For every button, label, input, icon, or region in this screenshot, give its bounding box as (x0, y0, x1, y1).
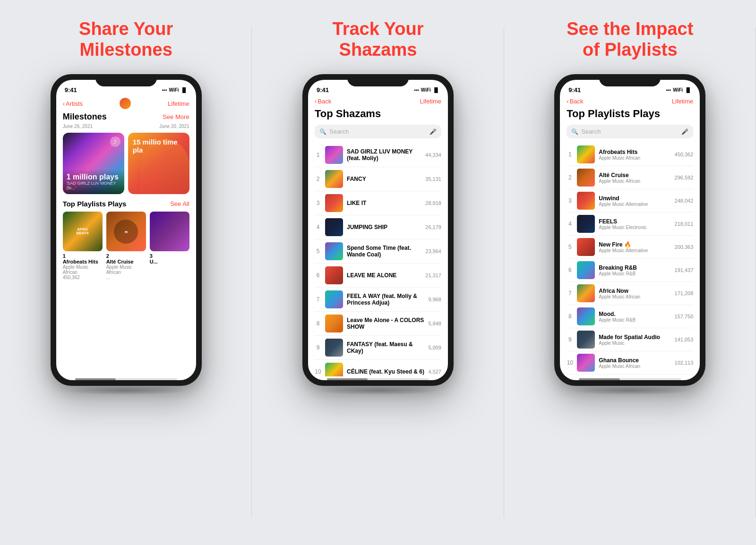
nav-right-1[interactable]: Lifetime (168, 100, 189, 107)
playlist-item[interactable]: 2 Alté Cruise Apple Music African 296,59… (567, 166, 693, 189)
phone-frame-2: 9:41 ▪▪▪ WiFi ▐▌ ‹ Back Lifetime Top Sha… (302, 74, 454, 386)
search-bar-3[interactable]: 🔍 Search 🎤 (567, 125, 693, 138)
milestone-card-2-text: 15 millio time pla (133, 138, 189, 154)
track-item[interactable]: 3 LIKE IT 28,918 (315, 191, 441, 215)
nav-right-3[interactable]: Lifetime (672, 98, 694, 105)
phone-notch-2 (347, 74, 409, 86)
playlist-count: 171,208 (675, 290, 694, 296)
playlist-sub: Apple Music African (599, 364, 670, 369)
screen-content-1: Milestones See More June 26, 2021 June 2… (56, 112, 196, 376)
playlist-art-3 (150, 212, 189, 251)
playlist-thumb-2[interactable]: 🏍 2 Alté Cruise Apple Music African ... (106, 212, 146, 280)
scroll-indicator-1 (75, 378, 177, 380)
track-item[interactable]: 2 FANCY 35,131 (315, 167, 441, 191)
see-all-button[interactable]: See All (170, 200, 189, 207)
playlist-name: FEELS (599, 218, 670, 225)
battery-icon: ▐▌ (180, 87, 187, 93)
playlist-info: Alté Cruise Apple Music African (599, 172, 670, 184)
nav-right-2[interactable]: Lifetime (420, 98, 441, 105)
track-item[interactable]: 10 CÉLINE (feat. Kyu Steed & 6) 4,527 (315, 360, 441, 376)
playlist-item[interactable]: 6 Breaking R&B Apple Music R&B 191,437 (567, 259, 693, 282)
playlist-name: Mood. (599, 311, 670, 317)
track-name: FANCY (347, 176, 421, 182)
battery-icon-3: ▐▌ (685, 87, 691, 93)
playlist-rank: 3 (567, 197, 573, 204)
playlist-item[interactable]: 10 Ghana Bounce Apple Music African 102,… (567, 351, 693, 375)
playlist-item[interactable]: 5 New Fire 🔥 Apple Music Alternative 200… (567, 236, 693, 259)
track-item[interactable]: 1 SAD GIRLZ LUV MONEY (feat. Moliy) 44,3… (315, 143, 441, 167)
playlist-name: Unwind (599, 195, 670, 202)
mic-icon-2[interactable]: 🎤 (430, 128, 437, 135)
playlist-art (577, 145, 595, 163)
playlist-num-3: 3 (150, 253, 189, 259)
track-info: LEAVE ME ALONE (347, 272, 421, 279)
playlist-item[interactable]: 3 Unwind Apple Music Alternative 248,042 (567, 189, 693, 213)
playlist-sub-1: Apple Music African (63, 264, 103, 275)
playlist-sub: Apple Music African (599, 294, 670, 299)
playlist-item[interactable]: 7 Africa Now Apple Music African 171,208 (567, 282, 693, 305)
track-item[interactable]: 6 LEAVE ME ALONE 21,317 (315, 264, 441, 288)
search-bar-2[interactable]: 🔍 Search 🎤 (315, 125, 441, 138)
nav-back-2[interactable]: ‹ Back (315, 98, 331, 105)
playlist-item[interactable]: 11 Pure Yoga Apple Music Fitness 96,873 (567, 375, 693, 376)
playlist-thumb-1[interactable]: AFROBEATS 1 Afrobeats Hits Apple Music A… (63, 212, 103, 280)
track-item[interactable]: 8 Leave Me Alone - A COLORS SHOW 5,848 (315, 312, 441, 336)
track-item[interactable]: 9 FANTASY (feat. Maesu & CKay) 5,009 (315, 336, 441, 360)
playlist-rank: 5 (567, 244, 573, 250)
share-icon[interactable]: ⤴ (110, 136, 120, 147)
track-art (325, 146, 343, 164)
milestone-card-1[interactable]: ⤴ 1 million plays 'SAD GIRLZ LUV MONEY (… (63, 133, 124, 194)
track-art (325, 266, 343, 284)
track-count: 4,527 (428, 369, 441, 375)
track-item[interactable]: 7 FEEL A WAY (feat. Moliy & Princess Adj… (315, 288, 441, 312)
track-art (325, 363, 343, 376)
screen-title-2: Top Shazams (315, 108, 441, 120)
track-num: 4 (315, 224, 321, 230)
milestone-plays: 1 million plays (67, 173, 120, 181)
track-name: LIKE IT (347, 200, 421, 206)
mic-icon-3[interactable]: 🎤 (681, 128, 688, 135)
see-more-button[interactable]: See More (163, 113, 189, 120)
milestone-card-2[interactable]: 15 millio time pla (128, 133, 189, 194)
track-num: 6 (315, 272, 321, 279)
search-icon-2: 🔍 (319, 128, 326, 135)
section-title-3: See the Impact of Playlists (567, 19, 693, 60)
wifi-icon-3: WiFi (673, 87, 683, 93)
playlist-info: FEELS Apple Music Electronic (599, 218, 670, 230)
playlist-name: Afrobeats Hits (599, 149, 670, 155)
track-num: 2 (315, 176, 321, 182)
artist-nav-center (120, 98, 131, 109)
track-item[interactable]: 4 JUMPING SHIP 26,179 (315, 215, 441, 239)
track-count: 26,179 (425, 224, 441, 230)
playlist-name: Breaking R&B (599, 264, 670, 271)
playlist-count-1: 450,362 (63, 275, 103, 280)
track-name: FANTASY (feat. Maesu & CKay) (347, 341, 424, 355)
playlist-item[interactable]: 4 FEELS Apple Music Electronic 218,011 (567, 213, 693, 236)
search-icon-3: 🔍 (571, 128, 578, 135)
wifi-icon: WiFi (169, 87, 179, 93)
status-time-2: 9:41 (317, 86, 329, 94)
playlist-count: 191,437 (675, 267, 694, 273)
playlist-item[interactable]: 8 Mood. Apple Music R&B 157,750 (567, 305, 693, 328)
playlist-art (577, 307, 595, 325)
nav-back-1[interactable]: ‹ Artists (63, 100, 83, 107)
track-name: CÉLINE (feat. Kyu Steed & 6) (347, 368, 424, 375)
track-info: FEEL A WAY (feat. Moliy & Princess Adjua… (347, 293, 424, 307)
playlist-sub: Apple Music African (599, 179, 670, 184)
nav-back-3[interactable]: ‹ Back (567, 98, 583, 105)
playlist-rank: 4 (567, 221, 573, 227)
playlist-item[interactable]: 9 Made for Spatial Audio Apple Music 141… (567, 328, 693, 351)
playlist-name: Africa Now (599, 288, 670, 294)
track-item[interactable]: 5 Spend Some Time (feat. Wande Coal) 23,… (315, 239, 441, 264)
playlist-count: 157,750 (675, 314, 694, 319)
playlist-rank: 1 (567, 151, 573, 158)
track-name: LEAVE ME ALONE (347, 272, 421, 279)
track-info: Spend Some Time (feat. Wande Coal) (347, 245, 421, 258)
track-info: LIKE IT (347, 200, 421, 206)
playlist-count: 102,113 (675, 360, 694, 366)
track-name: Spend Some Time (feat. Wande Coal) (347, 245, 421, 258)
milestones-header: Milestones See More (63, 112, 189, 122)
scroll-thumb-1 (75, 378, 116, 380)
playlist-item[interactable]: 1 Afrobeats Hits Apple Music African 450… (567, 143, 693, 166)
playlist-thumb-3[interactable]: 3 U... (150, 212, 189, 280)
